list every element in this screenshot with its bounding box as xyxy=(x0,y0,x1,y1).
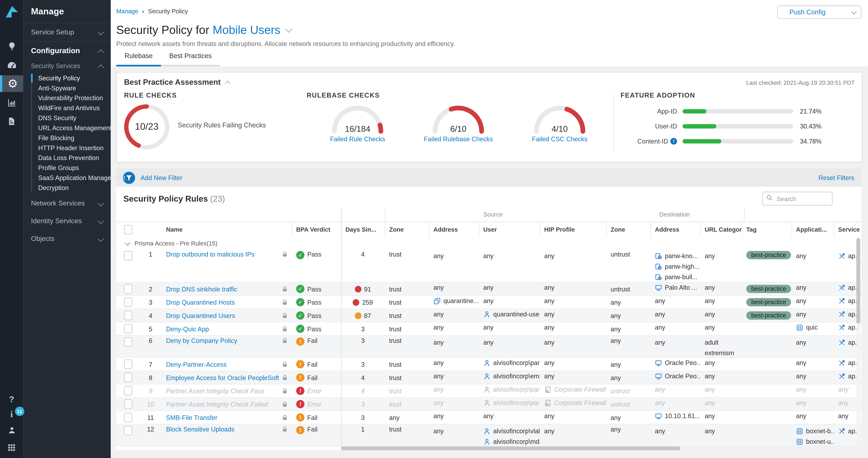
table-header-row: NameBPA VerdictDays Sin...ZoneAddressUse… xyxy=(116,222,861,238)
media-reports-icon[interactable] xyxy=(0,113,23,130)
rulebase-checks-label: RULEBASE CHECKS xyxy=(307,91,380,99)
column-header-url-category[interactable]: URL Category xyxy=(700,222,742,237)
failed-rule-checks-link[interactable]: Failed Rule Checks xyxy=(316,136,399,142)
sidebar-item-data-loss-prevention[interactable]: Data Loss Prevention xyxy=(23,153,111,163)
rule-name-link[interactable]: Employee Access for Oracle PeopleSoft xyxy=(166,374,279,381)
notifications-icon[interactable]: i 11 xyxy=(10,410,13,419)
source-group-label: Source xyxy=(483,211,502,218)
settings-icon[interactable]: ⚙ xyxy=(0,75,23,92)
column-header-address[interactable]: Address xyxy=(429,222,479,237)
column-header-name[interactable]: Name xyxy=(162,222,292,237)
column-header-hip-profile[interactable]: HIP Profile xyxy=(540,222,606,237)
rule-number: 1 xyxy=(149,251,152,258)
select-all-checkbox[interactable] xyxy=(124,225,132,234)
rule-name-link[interactable]: Deny-Partner-Access xyxy=(166,361,226,368)
collapse-chevron-icon[interactable] xyxy=(225,81,230,86)
sidebar-item-identity-services[interactable]: Identity Services xyxy=(23,212,111,230)
rule-name-link[interactable]: Deny by Company Policy xyxy=(166,338,237,344)
row-checkbox[interactable] xyxy=(124,324,132,334)
column-header-tag[interactable]: Tag xyxy=(742,222,792,237)
sidebar-item-network-services[interactable]: Network Services xyxy=(23,194,111,212)
sidebar-item-url-access-management[interactable]: URL Access Management xyxy=(23,123,111,133)
column-header-bpa-verdict[interactable]: BPA Verdict xyxy=(292,222,341,237)
column-header-user[interactable]: User xyxy=(479,222,540,237)
days-since-value: 4 xyxy=(361,388,365,394)
row-checkbox[interactable] xyxy=(124,426,132,435)
row-checkbox[interactable] xyxy=(124,360,132,369)
rule-name-link[interactable]: SMB-File Transfer xyxy=(166,414,217,421)
failed-csc-checks-link[interactable]: Failed CSC Checks xyxy=(518,136,601,142)
tab-best-practices[interactable]: Best Practices xyxy=(161,49,220,66)
search-input[interactable] xyxy=(776,195,829,202)
failed-rulebase-checks-link[interactable]: Failed Rulebase Checks xyxy=(417,136,500,142)
row-checkbox[interactable] xyxy=(124,413,132,422)
rule-number: 4 xyxy=(149,312,152,319)
vertical-scrollbar-thumb[interactable] xyxy=(857,238,860,323)
scope-selector[interactable]: Mobile Users xyxy=(213,23,280,37)
row-checkbox[interactable] xyxy=(124,297,132,307)
tab-rulebase[interactable]: Rulebase xyxy=(116,49,161,66)
sidebar-item-saas-application-management[interactable]: SaaS Application Management xyxy=(23,173,111,183)
reports-icon[interactable] xyxy=(0,94,23,111)
push-config-button[interactable]: Push Config xyxy=(777,6,861,19)
service-icon xyxy=(838,284,845,291)
horizontal-scrollbar-thumb[interactable] xyxy=(341,447,680,450)
reset-filters-button[interactable]: Reset Filters xyxy=(818,174,854,181)
sidebar-item-decryption[interactable]: Decryption xyxy=(23,183,111,193)
sidebar-item-objects[interactable]: Objects xyxy=(23,230,111,248)
row-checkbox[interactable] xyxy=(124,251,132,260)
chevron-down-icon[interactable] xyxy=(285,25,292,32)
bpa-verdict-label: Pass xyxy=(307,251,321,258)
sidebar-item-wildfire-and-antivirus[interactable]: WildFire and Antivirus xyxy=(23,103,111,113)
insights-icon[interactable] xyxy=(0,38,23,54)
column-header-zone[interactable]: Zone xyxy=(606,222,651,237)
column-header-service[interactable]: Service xyxy=(834,222,861,237)
lock-icon xyxy=(282,401,288,407)
sidebar-item-service-setup[interactable]: Service Setup xyxy=(23,23,111,41)
bpa-pass-icon: ✓ xyxy=(296,251,304,259)
chevron-down-icon[interactable] xyxy=(125,240,130,245)
row-checkbox[interactable] xyxy=(124,373,132,382)
sidebar-item-dns-security[interactable]: DNS Security xyxy=(23,113,111,123)
column-header-address[interactable]: Address xyxy=(650,222,700,237)
dashboard-icon[interactable] xyxy=(0,57,23,73)
bpa-error-icon: ! xyxy=(296,400,304,408)
rule-name-link[interactable]: Block Sensitive Uploads xyxy=(166,426,234,433)
user-icon xyxy=(483,360,491,367)
rule-name-link[interactable]: Partner Asset Integrity Check Failed xyxy=(166,401,268,407)
row-checkbox[interactable] xyxy=(124,386,132,396)
row-checkbox[interactable] xyxy=(124,284,132,293)
rule-name-link[interactable]: Deny-Quic App xyxy=(166,325,209,332)
sidebar-item-configuration[interactable]: Configuration xyxy=(23,41,111,60)
rule-name-link[interactable]: Drop DNS sinkhole traffic xyxy=(166,286,238,292)
info-icon[interactable]: ! xyxy=(671,138,677,145)
column-header-zone[interactable]: Zone xyxy=(385,222,429,237)
failed-csc-checks-gauge: 4/10 Failed CSC Checks xyxy=(518,104,601,142)
destination-group-label: Destination xyxy=(659,211,690,218)
rule-name-link[interactable]: Drop outbound to malicious IPs xyxy=(166,251,255,258)
sidebar-item-http-header-insertion[interactable]: HTTP Header Insertion xyxy=(23,143,111,153)
sidebar-item-vulnerability-protection[interactable]: Vulnerability Protection xyxy=(23,93,111,103)
apps-grid-icon[interactable] xyxy=(7,443,16,454)
lock-icon xyxy=(282,338,288,344)
sidebar-item-anti-spyware[interactable]: Anti-Spyware xyxy=(23,83,111,93)
row-checkbox[interactable] xyxy=(124,338,132,347)
user-icon[interactable] xyxy=(7,425,16,436)
row-checkbox[interactable] xyxy=(124,399,132,409)
tab-bar: Rulebase Best Practices xyxy=(116,49,220,66)
column-header-applicati-[interactable]: Applicati... xyxy=(792,222,834,237)
palo-alto-logo-icon[interactable] xyxy=(4,4,19,21)
sidebar-item-security-policy[interactable]: Security Policy xyxy=(23,73,111,83)
column-header-days-sin-[interactable]: Days Sin... xyxy=(341,222,385,237)
sidebar-item-file-blocking[interactable]: File Blocking xyxy=(23,133,111,143)
chevron-up-icon xyxy=(98,49,104,55)
rule-name-link[interactable]: Drop Quarantined Hosts xyxy=(166,299,235,306)
breadcrumb-manage[interactable]: Manage xyxy=(116,8,138,15)
rule-name-link[interactable]: Partner Asset Integrity Check Pass xyxy=(166,388,265,394)
add-new-filter-button[interactable]: Add New Filter xyxy=(141,174,182,181)
help-icon[interactable]: ? xyxy=(9,395,14,403)
sidebar-item-security-services[interactable]: Security Services xyxy=(23,60,111,73)
row-checkbox[interactable] xyxy=(124,311,132,320)
rule-name-link[interactable]: Drop Quarantined Users xyxy=(166,312,235,319)
sidebar-item-profile-groups[interactable]: Profile Groups xyxy=(23,163,111,173)
